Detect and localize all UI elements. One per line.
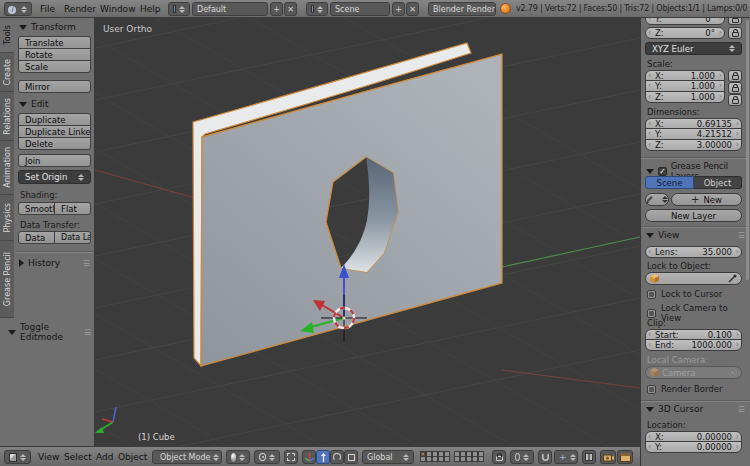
proportional-edit-selector[interactable] xyxy=(510,450,534,464)
viewport-scene xyxy=(95,18,640,446)
menu-select[interactable]: Select xyxy=(64,448,92,466)
layers-widget[interactable] xyxy=(420,451,484,461)
scene-selector[interactable]: Scene xyxy=(330,2,390,16)
close-layout-button[interactable]: ✕ xyxy=(284,2,297,16)
scene-lock-button[interactable] xyxy=(492,450,506,464)
eyedropper-icon[interactable] xyxy=(728,274,737,283)
rotation-z-field[interactable]: Z:0° xyxy=(645,27,725,39)
duplicate-linked-button[interactable]: Duplicate Linked xyxy=(18,125,91,138)
gp-new-layer-button[interactable]: New Layer xyxy=(645,209,742,222)
flat-button[interactable]: Flat xyxy=(54,202,91,215)
lock-camera-checkbox[interactable] xyxy=(647,309,656,318)
editor-type-selector[interactable]: i xyxy=(4,2,32,16)
transform-orientation-selector[interactable]: Global xyxy=(362,450,414,464)
snap-element-selector[interactable]: + xyxy=(554,450,578,464)
panel-grip[interactable]: ☰ xyxy=(738,405,746,414)
selected-object-wall[interactable] xyxy=(201,54,502,366)
tab-animation[interactable]: Animation xyxy=(0,141,14,195)
scale-manipulator-button[interactable] xyxy=(344,450,358,464)
scale-z-lock-button[interactable] xyxy=(728,94,742,106)
snap-peel-button[interactable] xyxy=(582,450,596,464)
layers-group-1[interactable] xyxy=(420,451,450,461)
menu-window[interactable]: Window xyxy=(100,0,136,18)
tab-create[interactable]: Create xyxy=(0,53,14,92)
rotation-y-lock-button[interactable] xyxy=(728,18,742,25)
gp-new-button[interactable]: + New xyxy=(671,193,742,206)
viewport-editor-type-selector[interactable] xyxy=(4,450,31,464)
render-border-row[interactable]: Render Border xyxy=(647,384,722,394)
screen-layout-icon-button[interactable] xyxy=(168,2,190,16)
smooth-button[interactable]: Smooth xyxy=(18,202,55,215)
scale-y-lock-button[interactable] xyxy=(728,82,742,94)
tab-relations[interactable]: Relations xyxy=(0,92,14,141)
rotation-y-field[interactable]: Y:0° xyxy=(645,18,725,25)
render-engine-selector[interactable]: Blender Render xyxy=(428,2,496,16)
tab-physics[interactable]: Physics xyxy=(0,195,14,241)
view-panel-header[interactable]: View ☰ xyxy=(646,230,746,240)
clear-camera-icon[interactable]: ✕ xyxy=(728,368,737,377)
panel-grip[interactable]: ☰ xyxy=(738,231,746,240)
translate-manipulator-button[interactable] xyxy=(316,450,330,464)
snap-toggle-button[interactable] xyxy=(538,450,552,464)
rotation-mode-dropdown[interactable]: XYZ Euler xyxy=(645,42,742,55)
lock-to-object-field[interactable] xyxy=(645,272,742,285)
tab-tools[interactable]: Tools xyxy=(0,18,14,53)
panel-grip[interactable]: ☰ xyxy=(83,259,91,268)
menu-view[interactable]: View xyxy=(38,448,59,466)
lens-field[interactable]: Lens:35.000 xyxy=(645,246,742,258)
panel-separator xyxy=(641,226,750,228)
panel-scrollbar[interactable] xyxy=(746,20,749,280)
manipulator-toggle-button[interactable] xyxy=(284,450,298,464)
cursor-y-field[interactable]: Y:0.00000 xyxy=(645,441,742,453)
transform-panel-header[interactable]: Transform xyxy=(19,22,76,32)
join-button[interactable]: Join xyxy=(18,154,91,167)
dimension-z-field[interactable]: Z:3.00000 xyxy=(645,139,742,151)
menu-render[interactable]: Render xyxy=(64,0,96,18)
view-name-label: User Ortho xyxy=(103,24,152,34)
local-camera-field[interactable]: Camera ✕ xyxy=(645,366,742,379)
data-button[interactable]: Data xyxy=(18,231,55,244)
gp-source-tabs: Scene Object xyxy=(645,176,742,189)
opengl-render-anim-button[interactable] xyxy=(617,450,633,464)
clip-end-field[interactable]: End:1000.000 xyxy=(645,339,742,351)
lock-to-cursor-row[interactable]: Lock to Cursor xyxy=(647,289,722,299)
tab-grease-pencil[interactable]: Grease Pencil xyxy=(0,241,14,318)
scale-button[interactable]: Scale xyxy=(18,60,91,73)
panel-grip[interactable]: ☰ xyxy=(84,328,92,337)
gp-tab-object[interactable]: Object xyxy=(694,176,742,189)
data-layout-button[interactable]: Data Layo xyxy=(54,231,91,244)
grease-pencil-checkbox[interactable]: ✓ xyxy=(658,167,667,176)
clip-label: Clip: xyxy=(647,318,666,328)
edit-panel-header[interactable]: Edit xyxy=(19,99,48,109)
rotation-z-lock-button[interactable] xyxy=(728,27,742,39)
scene-icon-button[interactable] xyxy=(306,2,328,16)
add-layout-button[interactable]: + xyxy=(270,2,283,16)
mode-selector[interactable]: Object Mode xyxy=(152,450,222,464)
mirror-button[interactable]: Mirror xyxy=(18,80,91,93)
gp-draw-mode-dropdown[interactable] xyxy=(645,193,669,206)
set-origin-dropdown[interactable]: Set Origin xyxy=(18,170,91,184)
gp-tab-scene[interactable]: Scene xyxy=(645,176,694,189)
pivot-point-selector[interactable] xyxy=(254,450,280,464)
layers-group-2[interactable] xyxy=(454,451,484,461)
viewport-shading-selector[interactable] xyxy=(226,450,250,464)
add-scene-button[interactable]: + xyxy=(392,2,405,16)
viewport-canvas[interactable]: User Ortho (1) Cube xyxy=(95,18,640,446)
screen-layout-selector[interactable]: Default xyxy=(192,2,268,16)
close-scene-button[interactable]: ✕ xyxy=(406,2,419,16)
scale-x-lock-button[interactable] xyxy=(728,70,742,82)
delete-button[interactable]: Delete xyxy=(18,137,91,150)
last-operator-panel-header[interactable]: Toggle Editmode ☰ xyxy=(8,322,92,342)
menu-help[interactable]: Help xyxy=(140,0,161,18)
history-panel-header[interactable]: History ☰ xyxy=(19,258,91,268)
opengl-render-button[interactable] xyxy=(600,450,616,464)
render-border-checkbox[interactable] xyxy=(647,385,656,394)
manipulator-axes-button[interactable] xyxy=(302,450,316,464)
menu-add[interactable]: Add xyxy=(96,448,113,466)
menu-object[interactable]: Object xyxy=(118,448,147,466)
rotate-manipulator-button[interactable] xyxy=(330,450,344,464)
scale-z-field[interactable]: Z:1.000 xyxy=(645,91,725,103)
menu-file[interactable]: File xyxy=(40,0,55,18)
cursor-panel-header[interactable]: 3D Cursor ☰ xyxy=(646,404,746,414)
lock-to-cursor-checkbox[interactable] xyxy=(647,290,656,299)
